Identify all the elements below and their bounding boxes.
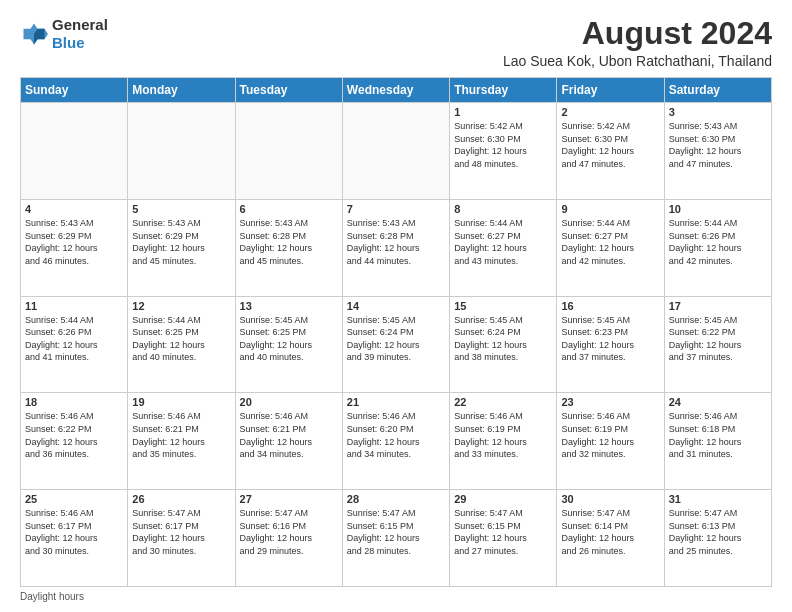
day-number: 28 (347, 493, 445, 505)
day-number: 15 (454, 300, 552, 312)
day-number: 11 (25, 300, 123, 312)
location: Lao Suea Kok, Ubon Ratchathani, Thailand (503, 53, 772, 69)
table-row: 9Sunrise: 5:44 AM Sunset: 6:27 PM Daylig… (557, 199, 664, 296)
day-info: Sunrise: 5:45 AM Sunset: 6:25 PM Dayligh… (240, 314, 338, 364)
col-wednesday: Wednesday (342, 78, 449, 103)
table-row: 27Sunrise: 5:47 AM Sunset: 6:16 PM Dayli… (235, 490, 342, 587)
day-info: Sunrise: 5:44 AM Sunset: 6:25 PM Dayligh… (132, 314, 230, 364)
day-number: 19 (132, 396, 230, 408)
table-row (235, 103, 342, 200)
logo-text: General Blue (52, 16, 108, 52)
day-number: 23 (561, 396, 659, 408)
day-info: Sunrise: 5:42 AM Sunset: 6:30 PM Dayligh… (561, 120, 659, 170)
day-info: Sunrise: 5:46 AM Sunset: 6:19 PM Dayligh… (454, 410, 552, 460)
table-row: 24Sunrise: 5:46 AM Sunset: 6:18 PM Dayli… (664, 393, 771, 490)
day-info: Sunrise: 5:47 AM Sunset: 6:17 PM Dayligh… (132, 507, 230, 557)
day-number: 13 (240, 300, 338, 312)
day-info: Sunrise: 5:45 AM Sunset: 6:24 PM Dayligh… (347, 314, 445, 364)
day-info: Sunrise: 5:46 AM Sunset: 6:21 PM Dayligh… (132, 410, 230, 460)
table-row: 1Sunrise: 5:42 AM Sunset: 6:30 PM Daylig… (450, 103, 557, 200)
day-info: Sunrise: 5:43 AM Sunset: 6:30 PM Dayligh… (669, 120, 767, 170)
table-row: 22Sunrise: 5:46 AM Sunset: 6:19 PM Dayli… (450, 393, 557, 490)
table-row: 28Sunrise: 5:47 AM Sunset: 6:15 PM Dayli… (342, 490, 449, 587)
month-title: August 2024 (503, 16, 772, 51)
day-info: Sunrise: 5:46 AM Sunset: 6:21 PM Dayligh… (240, 410, 338, 460)
table-row: 10Sunrise: 5:44 AM Sunset: 6:26 PM Dayli… (664, 199, 771, 296)
day-info: Sunrise: 5:43 AM Sunset: 6:29 PM Dayligh… (25, 217, 123, 267)
calendar-page: General Blue August 2024 Lao Suea Kok, U… (0, 0, 792, 612)
table-row: 29Sunrise: 5:47 AM Sunset: 6:15 PM Dayli… (450, 490, 557, 587)
calendar-week-2: 4Sunrise: 5:43 AM Sunset: 6:29 PM Daylig… (21, 199, 772, 296)
day-number: 8 (454, 203, 552, 215)
day-info: Sunrise: 5:47 AM Sunset: 6:13 PM Dayligh… (669, 507, 767, 557)
table-row: 18Sunrise: 5:46 AM Sunset: 6:22 PM Dayli… (21, 393, 128, 490)
day-info: Sunrise: 5:42 AM Sunset: 6:30 PM Dayligh… (454, 120, 552, 170)
day-number: 12 (132, 300, 230, 312)
table-row: 12Sunrise: 5:44 AM Sunset: 6:25 PM Dayli… (128, 296, 235, 393)
day-info: Sunrise: 5:43 AM Sunset: 6:28 PM Dayligh… (240, 217, 338, 267)
col-tuesday: Tuesday (235, 78, 342, 103)
col-monday: Monday (128, 78, 235, 103)
day-number: 26 (132, 493, 230, 505)
table-row (128, 103, 235, 200)
table-row: 4Sunrise: 5:43 AM Sunset: 6:29 PM Daylig… (21, 199, 128, 296)
day-info: Sunrise: 5:44 AM Sunset: 6:27 PM Dayligh… (454, 217, 552, 267)
table-row: 5Sunrise: 5:43 AM Sunset: 6:29 PM Daylig… (128, 199, 235, 296)
day-number: 4 (25, 203, 123, 215)
col-saturday: Saturday (664, 78, 771, 103)
day-info: Sunrise: 5:47 AM Sunset: 6:15 PM Dayligh… (454, 507, 552, 557)
day-info: Sunrise: 5:43 AM Sunset: 6:28 PM Dayligh… (347, 217, 445, 267)
table-row: 15Sunrise: 5:45 AM Sunset: 6:24 PM Dayli… (450, 296, 557, 393)
logo: General Blue (20, 16, 108, 52)
day-number: 27 (240, 493, 338, 505)
day-number: 21 (347, 396, 445, 408)
day-info: Sunrise: 5:44 AM Sunset: 6:26 PM Dayligh… (25, 314, 123, 364)
logo-icon (20, 20, 48, 48)
calendar-week-3: 11Sunrise: 5:44 AM Sunset: 6:26 PM Dayli… (21, 296, 772, 393)
day-info: Sunrise: 5:47 AM Sunset: 6:14 PM Dayligh… (561, 507, 659, 557)
table-row: 26Sunrise: 5:47 AM Sunset: 6:17 PM Dayli… (128, 490, 235, 587)
day-number: 18 (25, 396, 123, 408)
day-number: 29 (454, 493, 552, 505)
day-info: Sunrise: 5:46 AM Sunset: 6:22 PM Dayligh… (25, 410, 123, 460)
day-info: Sunrise: 5:44 AM Sunset: 6:27 PM Dayligh… (561, 217, 659, 267)
day-number: 3 (669, 106, 767, 118)
table-row: 14Sunrise: 5:45 AM Sunset: 6:24 PM Dayli… (342, 296, 449, 393)
day-number: 30 (561, 493, 659, 505)
day-number: 20 (240, 396, 338, 408)
day-number: 10 (669, 203, 767, 215)
day-number: 6 (240, 203, 338, 215)
day-info: Sunrise: 5:46 AM Sunset: 6:17 PM Dayligh… (25, 507, 123, 557)
table-row: 21Sunrise: 5:46 AM Sunset: 6:20 PM Dayli… (342, 393, 449, 490)
table-row: 3Sunrise: 5:43 AM Sunset: 6:30 PM Daylig… (664, 103, 771, 200)
day-number: 7 (347, 203, 445, 215)
calendar-header-row: Sunday Monday Tuesday Wednesday Thursday… (21, 78, 772, 103)
day-info: Sunrise: 5:47 AM Sunset: 6:15 PM Dayligh… (347, 507, 445, 557)
day-info: Sunrise: 5:45 AM Sunset: 6:22 PM Dayligh… (669, 314, 767, 364)
table-row: 13Sunrise: 5:45 AM Sunset: 6:25 PM Dayli… (235, 296, 342, 393)
table-row: 19Sunrise: 5:46 AM Sunset: 6:21 PM Dayli… (128, 393, 235, 490)
calendar-week-5: 25Sunrise: 5:46 AM Sunset: 6:17 PM Dayli… (21, 490, 772, 587)
table-row: 7Sunrise: 5:43 AM Sunset: 6:28 PM Daylig… (342, 199, 449, 296)
day-number: 17 (669, 300, 767, 312)
calendar-week-1: 1Sunrise: 5:42 AM Sunset: 6:30 PM Daylig… (21, 103, 772, 200)
day-info: Sunrise: 5:46 AM Sunset: 6:18 PM Dayligh… (669, 410, 767, 460)
day-info: Sunrise: 5:45 AM Sunset: 6:23 PM Dayligh… (561, 314, 659, 364)
table-row (21, 103, 128, 200)
table-row: 23Sunrise: 5:46 AM Sunset: 6:19 PM Dayli… (557, 393, 664, 490)
col-friday: Friday (557, 78, 664, 103)
day-info: Sunrise: 5:43 AM Sunset: 6:29 PM Dayligh… (132, 217, 230, 267)
day-number: 22 (454, 396, 552, 408)
calendar-week-4: 18Sunrise: 5:46 AM Sunset: 6:22 PM Dayli… (21, 393, 772, 490)
col-sunday: Sunday (21, 78, 128, 103)
day-number: 16 (561, 300, 659, 312)
table-row: 25Sunrise: 5:46 AM Sunset: 6:17 PM Dayli… (21, 490, 128, 587)
day-number: 1 (454, 106, 552, 118)
day-info: Sunrise: 5:45 AM Sunset: 6:24 PM Dayligh… (454, 314, 552, 364)
day-number: 5 (132, 203, 230, 215)
title-block: August 2024 Lao Suea Kok, Ubon Ratchatha… (503, 16, 772, 69)
table-row (342, 103, 449, 200)
page-header: General Blue August 2024 Lao Suea Kok, U… (20, 16, 772, 69)
day-number: 9 (561, 203, 659, 215)
table-row: 16Sunrise: 5:45 AM Sunset: 6:23 PM Dayli… (557, 296, 664, 393)
